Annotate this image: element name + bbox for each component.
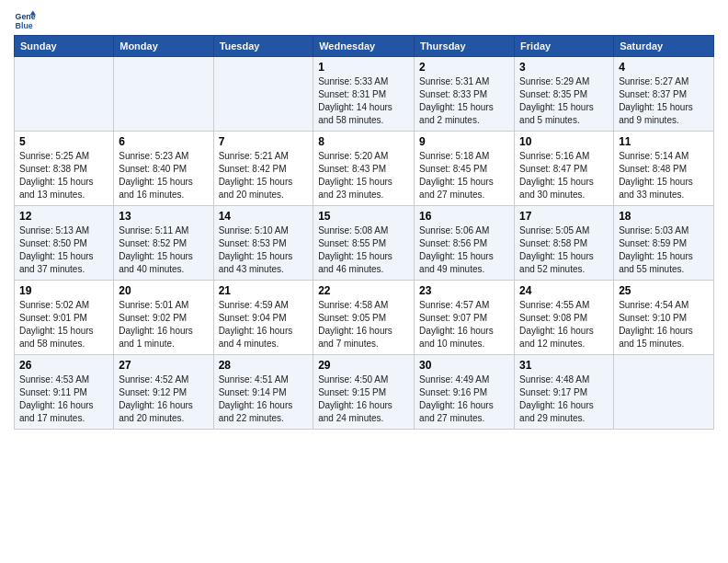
day-number: 3 [519, 61, 609, 74]
page-header: General Blue [14, 9, 714, 31]
calendar-cell: 13Sunrise: 5:11 AM Sunset: 8:52 PM Dayli… [114, 206, 213, 281]
calendar-cell: 17Sunrise: 5:05 AM Sunset: 8:58 PM Dayli… [515, 206, 614, 281]
day-info: Sunrise: 5:25 AM Sunset: 8:38 PM Dayligh… [19, 150, 108, 201]
day-info: Sunrise: 5:23 AM Sunset: 8:40 PM Dayligh… [119, 150, 208, 201]
day-number: 6 [119, 135, 208, 148]
day-number: 16 [419, 210, 509, 223]
day-header-thursday: Thursday [415, 36, 515, 57]
day-number: 12 [19, 210, 108, 223]
calendar-cell: 25Sunrise: 4:54 AM Sunset: 9:10 PM Dayli… [614, 281, 714, 355]
day-number: 22 [318, 284, 409, 297]
calendar-cell: 22Sunrise: 4:58 AM Sunset: 9:05 PM Dayli… [313, 281, 415, 355]
day-info: Sunrise: 4:48 AM Sunset: 9:17 PM Dayligh… [519, 373, 609, 425]
day-number: 11 [619, 135, 709, 148]
day-number: 18 [619, 210, 709, 223]
calendar-cell: 11Sunrise: 5:14 AM Sunset: 8:48 PM Dayli… [614, 132, 714, 206]
calendar-cell: 31Sunrise: 4:48 AM Sunset: 9:17 PM Dayli… [515, 355, 614, 430]
day-number: 25 [619, 284, 709, 297]
day-info: Sunrise: 5:05 AM Sunset: 8:58 PM Dayligh… [519, 224, 609, 276]
calendar-table: SundayMondayTuesdayWednesdayThursdayFrid… [14, 35, 714, 430]
calendar-cell: 20Sunrise: 5:01 AM Sunset: 9:02 PM Dayli… [114, 281, 213, 355]
day-info: Sunrise: 5:08 AM Sunset: 8:55 PM Dayligh… [318, 224, 409, 276]
day-info: Sunrise: 5:31 AM Sunset: 8:33 PM Dayligh… [419, 75, 509, 127]
day-number: 1 [318, 61, 409, 74]
day-number: 7 [219, 135, 309, 148]
calendar-cell: 18Sunrise: 5:03 AM Sunset: 8:59 PM Dayli… [614, 206, 714, 281]
calendar-cell: 10Sunrise: 5:16 AM Sunset: 8:47 PM Dayli… [515, 132, 614, 206]
calendar-cell: 19Sunrise: 5:02 AM Sunset: 9:01 PM Dayli… [15, 281, 114, 355]
calendar-cell: 15Sunrise: 5:08 AM Sunset: 8:55 PM Dayli… [313, 206, 415, 281]
calendar-cell: 4Sunrise: 5:27 AM Sunset: 8:37 PM Daylig… [614, 57, 714, 132]
day-header-saturday: Saturday [614, 36, 714, 57]
day-number: 31 [519, 359, 609, 372]
day-info: Sunrise: 5:11 AM Sunset: 8:52 PM Dayligh… [119, 224, 208, 276]
calendar-cell: 23Sunrise: 4:57 AM Sunset: 9:07 PM Dayli… [415, 281, 515, 355]
day-number: 2 [419, 61, 509, 74]
calendar-cell: 12Sunrise: 5:13 AM Sunset: 8:50 PM Dayli… [15, 206, 114, 281]
calendar-cell: 3Sunrise: 5:29 AM Sunset: 8:35 PM Daylig… [515, 57, 614, 132]
day-number: 4 [619, 61, 709, 74]
day-info: Sunrise: 5:03 AM Sunset: 8:59 PM Dayligh… [619, 224, 709, 276]
calendar-cell: 21Sunrise: 4:59 AM Sunset: 9:04 PM Dayli… [213, 281, 313, 355]
day-info: Sunrise: 5:13 AM Sunset: 8:50 PM Dayligh… [19, 224, 108, 276]
week-row-1: 1Sunrise: 5:33 AM Sunset: 8:31 PM Daylig… [15, 57, 714, 132]
day-number: 9 [419, 135, 509, 148]
week-row-5: 26Sunrise: 4:53 AM Sunset: 9:11 PM Dayli… [15, 355, 714, 430]
day-info: Sunrise: 5:21 AM Sunset: 8:42 PM Dayligh… [219, 150, 309, 201]
day-info: Sunrise: 5:27 AM Sunset: 8:37 PM Dayligh… [619, 75, 709, 127]
day-info: Sunrise: 4:53 AM Sunset: 9:11 PM Dayligh… [19, 373, 108, 425]
week-row-3: 12Sunrise: 5:13 AM Sunset: 8:50 PM Dayli… [15, 206, 714, 281]
calendar-cell: 29Sunrise: 4:50 AM Sunset: 9:15 PM Dayli… [313, 355, 415, 430]
day-number: 8 [318, 135, 409, 148]
day-info: Sunrise: 5:33 AM Sunset: 8:31 PM Dayligh… [318, 75, 409, 127]
calendar-cell [114, 57, 213, 132]
day-info: Sunrise: 4:58 AM Sunset: 9:05 PM Dayligh… [318, 299, 409, 350]
day-number: 29 [318, 359, 409, 372]
day-info: Sunrise: 5:16 AM Sunset: 8:47 PM Dayligh… [519, 150, 609, 201]
day-info: Sunrise: 4:51 AM Sunset: 9:14 PM Dayligh… [219, 373, 309, 425]
calendar-cell: 27Sunrise: 4:52 AM Sunset: 9:12 PM Dayli… [114, 355, 213, 430]
calendar-cell: 7Sunrise: 5:21 AM Sunset: 8:42 PM Daylig… [213, 132, 313, 206]
day-header-sunday: Sunday [15, 36, 114, 57]
calendar-cell: 6Sunrise: 5:23 AM Sunset: 8:40 PM Daylig… [114, 132, 213, 206]
day-number: 20 [119, 284, 208, 297]
calendar-cell: 9Sunrise: 5:18 AM Sunset: 8:45 PM Daylig… [415, 132, 515, 206]
day-number: 13 [119, 210, 208, 223]
svg-text:Blue: Blue [16, 21, 33, 30]
calendar-cell: 28Sunrise: 4:51 AM Sunset: 9:14 PM Dayli… [213, 355, 313, 430]
day-number: 14 [219, 210, 309, 223]
day-header-friday: Friday [515, 36, 614, 57]
day-number: 28 [219, 359, 309, 372]
calendar-cell [15, 57, 114, 132]
day-info: Sunrise: 4:49 AM Sunset: 9:16 PM Dayligh… [419, 373, 509, 425]
day-info: Sunrise: 4:55 AM Sunset: 9:08 PM Dayligh… [519, 299, 609, 350]
day-info: Sunrise: 5:14 AM Sunset: 8:48 PM Dayligh… [619, 150, 709, 201]
day-info: Sunrise: 4:57 AM Sunset: 9:07 PM Dayligh… [419, 299, 509, 350]
day-info: Sunrise: 5:20 AM Sunset: 8:43 PM Dayligh… [318, 150, 409, 201]
week-row-4: 19Sunrise: 5:02 AM Sunset: 9:01 PM Dayli… [15, 281, 714, 355]
calendar-cell: 14Sunrise: 5:10 AM Sunset: 8:53 PM Dayli… [213, 206, 313, 281]
day-info: Sunrise: 4:50 AM Sunset: 9:15 PM Dayligh… [318, 373, 409, 425]
day-info: Sunrise: 5:02 AM Sunset: 9:01 PM Dayligh… [19, 299, 108, 350]
day-number: 26 [19, 359, 108, 372]
day-number: 10 [519, 135, 609, 148]
day-number: 5 [19, 135, 108, 148]
day-number: 30 [419, 359, 509, 372]
week-row-2: 5Sunrise: 5:25 AM Sunset: 8:38 PM Daylig… [15, 132, 714, 206]
calendar-cell: 5Sunrise: 5:25 AM Sunset: 8:38 PM Daylig… [15, 132, 114, 206]
calendar-cell: 30Sunrise: 4:49 AM Sunset: 9:16 PM Dayli… [415, 355, 515, 430]
day-info: Sunrise: 4:54 AM Sunset: 9:10 PM Dayligh… [619, 299, 709, 350]
header-row: SundayMondayTuesdayWednesdayThursdayFrid… [15, 36, 714, 57]
day-number: 23 [419, 284, 509, 297]
day-number: 15 [318, 210, 409, 223]
logo-icon: General Blue [14, 9, 36, 31]
day-info: Sunrise: 4:59 AM Sunset: 9:04 PM Dayligh… [219, 299, 309, 350]
day-number: 27 [119, 359, 208, 372]
day-number: 19 [19, 284, 108, 297]
day-info: Sunrise: 5:01 AM Sunset: 9:02 PM Dayligh… [119, 299, 208, 350]
calendar-cell: 2Sunrise: 5:31 AM Sunset: 8:33 PM Daylig… [415, 57, 515, 132]
day-info: Sunrise: 5:29 AM Sunset: 8:35 PM Dayligh… [519, 75, 609, 127]
logo: General Blue [14, 9, 38, 31]
calendar-cell: 1Sunrise: 5:33 AM Sunset: 8:31 PM Daylig… [313, 57, 415, 132]
calendar-cell: 26Sunrise: 4:53 AM Sunset: 9:11 PM Dayli… [15, 355, 114, 430]
